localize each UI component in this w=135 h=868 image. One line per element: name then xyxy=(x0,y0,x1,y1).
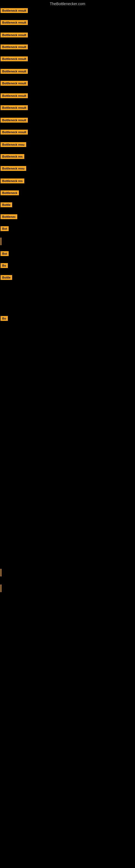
site-title: TheBottlenecker.com xyxy=(0,0,135,7)
marker-line xyxy=(1,238,1,245)
bottleneck-badge: Bot xyxy=(1,251,9,256)
bottleneck-item: Bottleneck result xyxy=(0,31,135,38)
bottleneck-badge: Bottleneck result xyxy=(1,130,28,134)
bottleneck-item: Bottle xyxy=(0,274,135,281)
bottleneck-item: Bottleneck result xyxy=(0,80,135,87)
bottleneck-item: Bottleneck resu xyxy=(0,141,135,148)
marker-line xyxy=(1,585,1,592)
bottleneck-badge: Bo xyxy=(1,263,8,268)
bottleneck-item: Bottleneck res xyxy=(0,177,135,184)
bottleneck-badge: Bottleneck result xyxy=(1,105,28,110)
bottleneck-badge: Bottleneck xyxy=(1,190,19,195)
bottleneck-item: Bottleneck result xyxy=(0,55,135,62)
bottleneck-badge: Bo xyxy=(1,316,8,321)
bottleneck-item: Bottleneck result xyxy=(0,92,135,99)
bottleneck-badge: Bottleneck res xyxy=(1,179,24,183)
bottleneck-item: Bot xyxy=(0,250,135,257)
bottleneck-badge: Bottleneck resu xyxy=(1,166,26,171)
site-title-text: TheBottlenecker.com xyxy=(50,2,85,6)
bottleneck-badge: Bottleneck result xyxy=(1,20,28,25)
bottleneck-item: Bottleneck resu xyxy=(0,165,135,172)
bottleneck-badge: Bottleneck resu xyxy=(1,142,26,147)
bottleneck-item: Bottleneck result xyxy=(0,7,135,14)
bottleneck-badge: Bottle xyxy=(1,275,12,280)
bottleneck-item: Bottleneck xyxy=(0,189,135,196)
bottleneck-item: Bottleneck result xyxy=(0,104,135,111)
bottleneck-badge: Bottleneck res xyxy=(1,154,24,159)
bottleneck-item: Bo xyxy=(0,315,135,322)
bottleneck-badge: Bottleneck result xyxy=(1,118,28,123)
bottleneck-badge: Bottle xyxy=(1,203,12,207)
bottleneck-badge: Bottlenec xyxy=(1,214,17,219)
bottleneck-badge: Bot xyxy=(1,226,9,231)
bottleneck-item: Bottlenec xyxy=(0,213,135,220)
bottleneck-item: Bo xyxy=(0,262,135,269)
bottleneck-item: Bottleneck result xyxy=(0,68,135,75)
bottleneck-badge: Bottleneck result xyxy=(1,56,28,61)
bottleneck-badge: Bottleneck result xyxy=(1,44,28,50)
bottleneck-item: Bottleneck result xyxy=(0,43,135,51)
bottleneck-badge: Bottleneck result xyxy=(1,93,28,98)
bottleneck-item: Bottleneck result xyxy=(0,117,135,124)
bottleneck-item: Bottleneck result xyxy=(0,129,135,135)
bottleneck-item: Bottleneck result xyxy=(0,19,135,26)
bottleneck-badge: Bottleneck result xyxy=(1,8,28,13)
bottleneck-badge: Bottleneck result xyxy=(1,81,28,86)
bottleneck-item: Bottle xyxy=(0,201,135,208)
bottleneck-badge: Bottleneck result xyxy=(1,69,28,74)
bottleneck-badge: Bottleneck result xyxy=(1,33,28,37)
bottleneck-item: Bot xyxy=(0,225,135,232)
bottleneck-item: Bottleneck res xyxy=(0,153,135,160)
marker-line xyxy=(1,569,1,577)
